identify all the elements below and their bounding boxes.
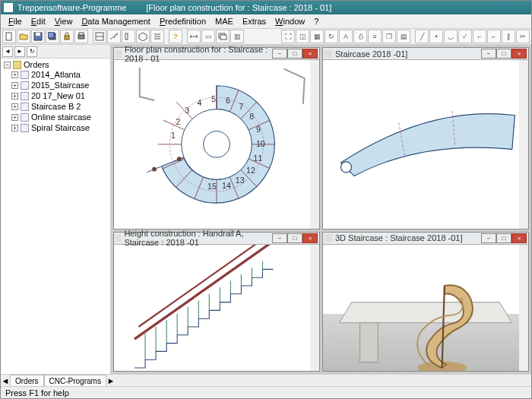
stair-canvas[interactable] <box>323 60 528 229</box>
scrollbar[interactable] <box>519 60 528 229</box>
layers-icon[interactable] <box>216 30 230 43</box>
minimize-icon[interactable]: − <box>272 49 287 59</box>
height-canvas[interactable] <box>114 245 319 371</box>
step-number: 8 <box>249 112 254 121</box>
arc-tool-icon[interactable]: ◡ <box>444 30 458 43</box>
sidebar-toolbar: ◄ ► ↻ <box>1 45 110 59</box>
svg-marker-57 <box>340 302 512 322</box>
trim-icon[interactable]: ✂ <box>516 30 530 43</box>
offset-icon[interactable]: ∥ <box>502 30 515 43</box>
minimize-icon[interactable]: − <box>481 49 496 59</box>
tab-cnc[interactable]: CNC-Programs <box>44 375 106 386</box>
menu-edit[interactable]: Edit <box>27 17 50 26</box>
tile-icon[interactable]: ▤ <box>397 30 410 43</box>
svg-rect-0 <box>6 33 11 40</box>
list-view-icon[interactable] <box>150 30 164 43</box>
floorplan-titlebar[interactable]: Floor plan construction for : Staircase … <box>114 48 319 60</box>
column-icon[interactable]: ▥ <box>230 30 244 43</box>
expand-icon[interactable]: + <box>11 93 18 100</box>
scrollbar[interactable] <box>310 245 319 371</box>
lock-icon[interactable] <box>60 30 74 43</box>
maximize-icon[interactable]: □ <box>496 233 511 243</box>
floorplan-view-icon[interactable] <box>93 30 106 43</box>
stair-titlebar[interactable]: Staircase 2018 -01] −□× <box>323 48 528 60</box>
open-icon[interactable] <box>17 30 30 43</box>
edge2-icon[interactable]: ⌐ <box>487 30 501 43</box>
tree-item[interactable]: +Spiral Staircase <box>4 122 107 133</box>
save-icon[interactable] <box>31 30 45 43</box>
menu-data[interactable]: Data Management <box>77 17 155 26</box>
tree-item[interactable]: +Online staircase <box>4 112 107 122</box>
3d-view-icon[interactable] <box>136 30 150 43</box>
height-pane: Height construction : Handrail A, Stairc… <box>113 232 320 372</box>
collapse-icon[interactable]: − <box>4 62 11 68</box>
side-refresh-icon[interactable]: ↻ <box>27 46 37 57</box>
step-number: 9 <box>256 125 261 134</box>
print2-icon[interactable]: ⎙ <box>353 30 367 43</box>
step-number: 10 <box>256 139 265 148</box>
3d-titlebar[interactable]: 3D Staircase : Staircase 2018 -01] −□× <box>323 233 528 245</box>
menu-view[interactable]: View <box>50 17 78 26</box>
tree-root[interactable]: − Orders <box>4 60 107 69</box>
tab-prev-icon[interactable]: ◄ <box>1 375 10 386</box>
svg-rect-4 <box>48 32 54 38</box>
close-icon[interactable]: × <box>511 49 527 59</box>
grid-icon[interactable]: ▦ <box>310 30 324 43</box>
minimize-icon[interactable]: − <box>272 233 287 243</box>
expand-icon[interactable]: + <box>11 103 18 110</box>
expand-icon[interactable]: + <box>11 125 18 131</box>
zoom-fit-icon[interactable]: ⛶ <box>281 30 295 43</box>
maximize-icon[interactable]: □ <box>287 233 302 243</box>
tab-next-icon[interactable]: ► <box>106 375 116 386</box>
line-tool-icon[interactable]: ╱ <box>415 30 429 43</box>
side-back-icon[interactable]: ◄ <box>2 46 13 57</box>
edge1-icon[interactable]: ⌐ <box>473 30 486 43</box>
menu-predef[interactable]: Predefinition <box>155 17 211 26</box>
zoom-window-icon[interactable]: ◫ <box>296 30 309 43</box>
scrollbar[interactable] <box>519 245 528 371</box>
point-tool-icon[interactable]: • <box>429 30 443 43</box>
menu-mae[interactable]: MAE <box>211 17 238 26</box>
tab-orders[interactable]: Orders <box>10 375 44 386</box>
menu-extras[interactable]: Extras <box>238 17 271 26</box>
svg-line-42 <box>135 245 274 339</box>
tree-item[interactable]: +2014_Atlanta <box>4 69 107 80</box>
maximize-icon[interactable]: □ <box>287 49 302 59</box>
maximize-icon[interactable]: □ <box>496 49 511 59</box>
close-icon[interactable]: × <box>511 233 527 243</box>
save-all-icon[interactable] <box>46 30 59 43</box>
close-icon[interactable]: × <box>302 49 318 59</box>
height-titlebar[interactable]: Height construction : Handrail A, Stairc… <box>114 233 319 245</box>
help-icon[interactable]: ? <box>169 30 182 43</box>
tree-item[interactable]: +Staircase B 2 <box>4 101 107 112</box>
print-icon[interactable] <box>74 30 88 43</box>
menu-help[interactable]: ? <box>309 17 323 26</box>
menu-window[interactable]: Window <box>271 17 309 26</box>
label-icon[interactable]: A <box>339 30 353 43</box>
scrollbar[interactable] <box>310 60 319 229</box>
floorplan-canvas[interactable]: 123456789101112131415 <box>114 60 319 229</box>
expand-icon[interactable]: + <box>11 71 18 78</box>
new-icon[interactable] <box>2 30 16 43</box>
expand-icon[interactable]: + <box>11 82 18 89</box>
section-view-icon[interactable] <box>107 30 121 43</box>
menu-file[interactable]: File <box>4 17 27 26</box>
minimize-icon[interactable]: − <box>481 233 496 243</box>
align-icon[interactable]: ▭ <box>201 30 215 43</box>
expand-icon[interactable]: + <box>11 114 18 121</box>
side-fwd-icon[interactable]: ► <box>14 46 25 57</box>
tree-item[interactable]: +20 17_New 01 <box>4 90 107 101</box>
layer-toggle-icon[interactable]: ≡ <box>368 30 382 43</box>
cascade-icon[interactable]: ❐ <box>382 30 396 43</box>
close-icon[interactable]: × <box>302 233 318 243</box>
dim-icon[interactable] <box>187 30 201 43</box>
status-text: Press F1 for help <box>5 388 69 397</box>
tree-item-label: 2015_Staircase <box>31 81 89 90</box>
side-view-icon[interactable] <box>122 30 135 43</box>
tree-item[interactable]: +2015_Staircase <box>4 80 107 90</box>
step-number: 5 <box>211 94 216 103</box>
3d-canvas[interactable] <box>323 245 528 371</box>
redraw-icon[interactable]: ↻ <box>325 30 338 43</box>
ok-icon[interactable]: ✓ <box>458 30 472 43</box>
order-tree[interactable]: − Orders +2014_Atlanta+2015_Staircase+20… <box>1 59 110 374</box>
